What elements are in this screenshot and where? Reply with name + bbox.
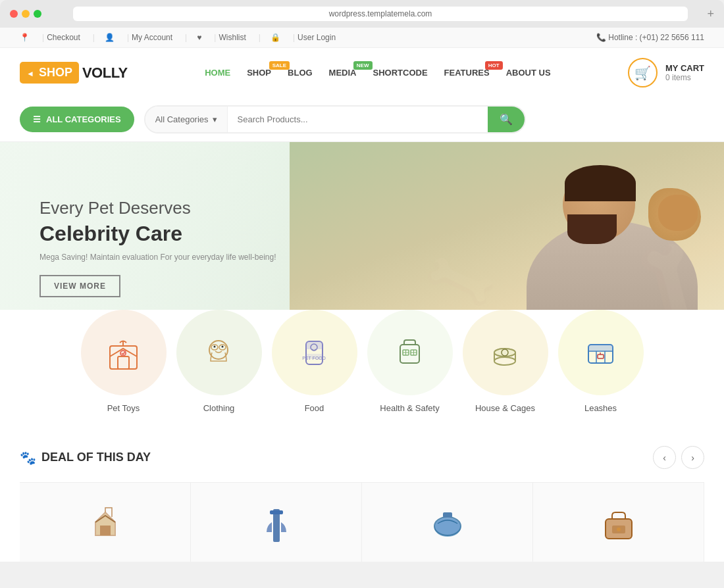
product-card-3[interactable] (362, 483, 533, 562)
svg-rect-33 (100, 526, 111, 535)
svg-point-42 (617, 527, 621, 531)
dot-maximize[interactable] (34, 10, 41, 18)
svg-point-24 (494, 349, 515, 356)
health-label: Health & Safety (380, 403, 439, 413)
category-clothing[interactable]: Clothing (176, 310, 262, 413)
location-icon: 📍 (20, 33, 44, 42)
clothing-circle (176, 310, 262, 395)
all-categories-button[interactable]: ☰ ALL CATEGORIES (20, 107, 134, 132)
svg-rect-9 (306, 341, 323, 349)
category-pet-toys[interactable]: Pet Toys (81, 310, 167, 413)
topbar: 📍 Checkout 👤 My Account ♥ Wishlist 🔒 Use… (0, 28, 724, 48)
lock-icon: 🔒 (271, 33, 295, 42)
dot-minimize[interactable] (22, 10, 30, 18)
browser-dots (10, 10, 41, 18)
cart-label: MY CART (665, 63, 704, 73)
cart-info: MY CART 0 items (665, 63, 704, 82)
product-image-3 (421, 499, 474, 552)
nav-shop[interactable]: SHOP SALE (247, 68, 271, 78)
house-label: House & Cages (475, 403, 535, 413)
view-more-button[interactable]: VIEW MORE (39, 275, 120, 297)
svg-rect-31 (598, 355, 604, 358)
svg-rect-38 (443, 512, 452, 518)
myaccount-link[interactable]: 👤 My Account (105, 33, 187, 42)
address-bar[interactable]: wordpress.templatemela.com (73, 7, 688, 21)
svg-point-3 (209, 341, 228, 359)
menu-icon: ☰ (33, 114, 41, 124)
cart-items-count: 0 items (665, 73, 704, 82)
product-card-4[interactable] (533, 483, 704, 562)
hot-badge: HOT (485, 61, 503, 70)
categories-row: Pet Toys (20, 310, 704, 413)
deal-header: 🐾 DEAL OF THIS DAY ‹ › (20, 446, 704, 469)
svg-point-20 (494, 357, 515, 365)
deal-title: 🐾 DEAL OF THIS DAY (20, 450, 151, 466)
category-health-safety[interactable]: Health & Safety (367, 310, 453, 413)
logo[interactable]: SHOP VOLLY (20, 62, 128, 84)
logo-shop-badge: SHOP (20, 62, 79, 84)
food-label: Food (305, 403, 324, 413)
products-row (20, 482, 704, 562)
svg-point-37 (434, 517, 461, 535)
category-leashes[interactable]: Leashes (558, 310, 644, 413)
product-image-4 (592, 499, 645, 552)
chevron-down-icon: ▾ (213, 114, 217, 124)
search-button[interactable]: 🔍 (488, 107, 525, 132)
hero-content: Every Pet Deserves Celebrity Care Mega S… (0, 198, 276, 297)
product-image-1 (79, 499, 132, 552)
pet-toys-label: Pet Toys (107, 403, 140, 413)
search-category-select[interactable]: All Categories ▾ (145, 107, 228, 132)
categories-section: Pet Toys (0, 310, 724, 433)
category-food[interactable]: PET FOOD Food (272, 310, 357, 413)
hotline: 📞 Hotline : (+01) 22 5656 111 (596, 33, 704, 42)
nav-about[interactable]: ABOUT US (506, 68, 551, 78)
new-tab-button[interactable]: + (707, 7, 714, 21)
heart-icon: ♥ (197, 33, 216, 42)
topbar-left: 📍 Checkout 👤 My Account ♥ Wishlist 🔒 Use… (20, 33, 336, 42)
hero-subtitle: Mega Saving! Maintain evaluation For you… (39, 253, 276, 262)
svg-point-6 (214, 345, 216, 347)
nav-shortcode[interactable]: SHORTCODE (373, 68, 428, 78)
leashes-label: Leashes (584, 403, 617, 413)
deal-arrows: ‹ › (653, 446, 704, 469)
svg-point-7 (222, 345, 224, 347)
next-arrow-button[interactable]: › (681, 446, 704, 469)
nav-features[interactable]: FEATURES HOT (444, 68, 490, 78)
svg-text:PET FOOD: PET FOOD (302, 356, 326, 360)
nav-media[interactable]: MEDIA NEW (329, 68, 357, 78)
main-nav: HOME SHOP SALE BLOG MEDIA NEW SHORTCODE … (205, 68, 550, 78)
checkout-link[interactable]: 📍 Checkout (20, 33, 95, 42)
paw-icon: 🐾 (20, 450, 36, 466)
product-card-1[interactable] (20, 483, 191, 562)
search-input[interactable] (228, 107, 488, 132)
nav-blog[interactable]: BLOG (288, 68, 313, 78)
clothing-label: Clothing (203, 403, 235, 413)
health-circle (367, 310, 453, 395)
leashes-circle (558, 310, 644, 395)
search-icon: 🔍 (500, 114, 513, 125)
header: SHOP VOLLY HOME SHOP SALE BLOG MEDIA NEW… (0, 48, 724, 97)
phone-icon: 📞 (596, 33, 606, 42)
category-house-cages[interactable]: House & Cages (463, 310, 548, 413)
svg-rect-27 (588, 345, 613, 351)
search-area: All Categories ▾ 🔍 (144, 105, 526, 134)
logo-volly-text: VOLLY (82, 64, 128, 82)
pet-toys-circle (81, 310, 167, 395)
dot-close[interactable] (10, 10, 18, 18)
new-badge: NEW (353, 61, 373, 70)
house-circle (463, 310, 548, 395)
product-card-2[interactable] (191, 483, 362, 562)
sale-badge: SALE (269, 61, 290, 70)
nav-home[interactable]: HOME (205, 68, 230, 78)
food-circle: PET FOOD (272, 310, 357, 395)
cart-area: 🛒 MY CART 0 items (628, 58, 704, 87)
userlogin-link[interactable]: 🔒 User Login (271, 33, 336, 42)
cart-icon[interactable]: 🛒 (628, 58, 658, 87)
toolbar: ☰ ALL CATEGORIES All Categories ▾ 🔍 (0, 97, 724, 142)
svg-rect-1 (118, 356, 129, 369)
hero-title: Celebrity Care (39, 222, 276, 246)
wishlist-link[interactable]: ♥ Wishlist (197, 33, 261, 42)
product-image-2 (250, 499, 303, 552)
prev-arrow-button[interactable]: ‹ (653, 446, 676, 469)
user-icon: 👤 (105, 33, 129, 42)
